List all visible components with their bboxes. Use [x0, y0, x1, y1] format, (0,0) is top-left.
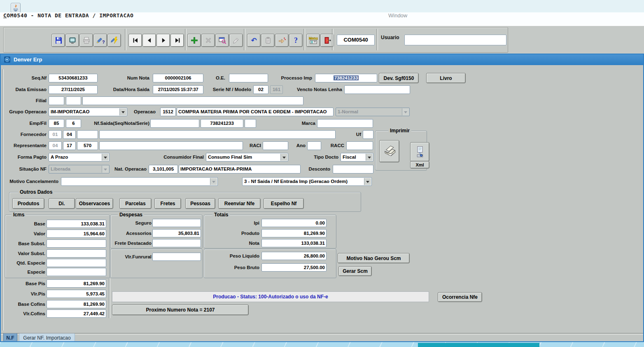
reenviar-nfe-button[interactable]: Reenviar Nfe [218, 198, 261, 209]
delete-record-button[interactable] [201, 34, 215, 47]
representante-name-field[interactable] [99, 141, 243, 150]
usuario-field[interactable] [404, 35, 506, 45]
tipo-docto-select[interactable]: Fiscal [341, 153, 373, 162]
clear-record-button[interactable] [229, 34, 243, 47]
editor-button[interactable] [65, 34, 79, 47]
fornecedor-c3-field[interactable] [77, 130, 98, 139]
icms-valor-subst-field[interactable] [47, 249, 106, 258]
save-button[interactable] [51, 34, 65, 47]
ano-field[interactable] [307, 141, 321, 150]
nat-operacao-desc-field[interactable]: IMPORTACAO MATERIA-PRIMA [179, 165, 301, 174]
nf-saida-serie-field[interactable] [245, 119, 256, 128]
query-button[interactable] [215, 34, 229, 47]
parcelas-button[interactable]: Parcelas [119, 198, 152, 209]
num-nota-field[interactable]: 0000002106 [153, 74, 203, 82]
raci-field[interactable] [263, 141, 288, 150]
fretes-button[interactable]: Fretes [154, 198, 181, 209]
nf-saida-nota-field[interactable]: 738241233 [201, 119, 243, 128]
livro-button[interactable]: Livro [426, 73, 466, 83]
data-hora-saida-field[interactable]: 27/11/2025 15:37:37 [153, 85, 203, 94]
commit-button[interactable] [275, 34, 289, 47]
vlr-funrural-field[interactable] [152, 253, 201, 261]
nota-field[interactable]: 133,038.31 [261, 239, 327, 247]
racc-field[interactable] [346, 141, 373, 150]
chevron-down-icon[interactable] [102, 154, 109, 161]
oe-field[interactable] [229, 74, 268, 82]
icms-valor-field[interactable]: 15,964.60 [47, 230, 106, 238]
pessoas-button[interactable]: Pessoas [185, 198, 215, 209]
acessorios-field[interactable]: 35,803.81 [152, 229, 201, 237]
seq-nf-field[interactable]: 53430681233 [49, 74, 98, 82]
chevron-down-icon[interactable] [364, 178, 371, 185]
denver-erp-titlebar[interactable]: Denver Erp [0, 54, 644, 65]
filial-code2-field[interactable] [66, 96, 81, 105]
icms-qtd-especie-field[interactable] [47, 259, 106, 267]
nav-first-button[interactable] [128, 34, 142, 47]
motivo-nao-gerou-scm-button[interactable]: Motivo Nao Gerou Scm [338, 253, 410, 263]
vlr-pis-field[interactable]: 5,973.45 [47, 290, 106, 298]
java-applet-button[interactable] [11, 3, 21, 13]
geracao-select[interactable]: 3 - Nf Saida / Nf Entrada Imp (Geracao O… [242, 177, 372, 186]
peso-bruto-field[interactable]: 27,500.00 [261, 263, 327, 272]
data-emissao-field[interactable]: 27/11/2025 [49, 85, 98, 94]
fornecedor-c2-field[interactable]: 04 [63, 130, 76, 139]
vencto-notas-lenha-field[interactable] [344, 85, 410, 94]
operacao-desc-field[interactable]: COMPRA MATERIA PRIMA POR CONTA E ORDEM -… [177, 108, 334, 116]
uf-field[interactable] [363, 130, 373, 139]
tab-nf[interactable]: N.F [3, 333, 17, 342]
tab-gerar-nf-importacao[interactable]: Gerar NF. Importacao [19, 333, 75, 342]
emp-field[interactable]: 85 [49, 119, 64, 128]
print-button[interactable] [79, 34, 93, 47]
imprimir-xml-button[interactable] [410, 142, 429, 162]
icms-especie-field[interactable] [47, 268, 106, 276]
filial-name-field[interactable] [82, 96, 303, 105]
produtos-button[interactable]: Produtos [12, 198, 44, 209]
insert-record-button[interactable] [187, 34, 201, 47]
base-cofins-field[interactable]: 81,269.90 [47, 300, 106, 308]
nf-saida-seq-field[interactable] [150, 119, 199, 128]
representante-c3-field[interactable]: 570 [77, 141, 98, 150]
imprimir-danfe-button[interactable] [379, 140, 399, 162]
menu-button[interactable]: Menu [306, 34, 320, 47]
frete-destacado-field[interactable] [152, 239, 201, 247]
nav-prev-button[interactable] [142, 34, 156, 47]
consumidor-final-select[interactable]: Consumo Final Sim [206, 153, 288, 162]
proximo-numero-nota-button[interactable]: Proximo Numero Nota = 2107 [112, 305, 249, 315]
chevron-down-icon[interactable] [280, 154, 287, 161]
produto-field[interactable]: 81,269.90 [261, 229, 327, 237]
undo-button[interactable]: ↶ [247, 34, 261, 47]
ipi-field[interactable]: 0.00 [261, 219, 327, 227]
observacoes-button[interactable]: Observacoes [76, 198, 113, 209]
enter-query-help-button[interactable]: ? [93, 34, 107, 47]
nav-next-button[interactable] [156, 34, 170, 47]
marca-field[interactable] [317, 119, 373, 128]
operacao-code-field[interactable]: 1512 [160, 108, 176, 116]
seguro-field[interactable] [152, 219, 201, 227]
ocorrencia-nfe-button[interactable]: Ocorrencia Nfe [438, 292, 482, 302]
icms-base-field[interactable]: 133,038.31 [47, 220, 106, 228]
forma-pagto-select[interactable]: A Prazo [49, 153, 110, 162]
xml-button[interactable]: Xml [410, 161, 429, 169]
grupo-operacao-select[interactable]: IM-IMPORTACAO [49, 108, 127, 116]
desconto-field[interactable] [333, 165, 373, 174]
program-code-field[interactable]: COM0540 [337, 35, 375, 45]
nav-last-button[interactable] [170, 34, 184, 47]
chevron-down-icon[interactable] [119, 108, 126, 115]
serie-nf-field[interactable]: 02 [253, 85, 268, 94]
nat-operacao-code-field[interactable]: 3,101,005 [149, 165, 178, 174]
help-button[interactable]: ? [289, 34, 303, 47]
icms-base-subst-field[interactable] [47, 239, 106, 248]
vlr-cofins-field[interactable]: 27,449.42 [47, 309, 106, 318]
filial-code1-field[interactable] [49, 96, 64, 105]
di-button[interactable]: Di. [49, 198, 75, 209]
dev-sgf0150-button[interactable]: Dev. Sgf0150 [379, 73, 419, 83]
fornecedor-name-field[interactable] [99, 130, 336, 139]
processo-imp-field[interactable]: 738241233 [315, 74, 377, 82]
representante-c2-field[interactable]: 17 [63, 141, 76, 150]
clipboard-button[interactable] [261, 34, 275, 47]
menu-item-window[interactable]: Window [388, 12, 407, 26]
gerar-scm-button[interactable]: Gerar Scm [338, 266, 372, 276]
espelho-nf-button[interactable]: Espelho Nf [264, 198, 304, 209]
fil-field[interactable]: 6 [66, 119, 81, 128]
execute-query-button[interactable] [107, 34, 121, 47]
